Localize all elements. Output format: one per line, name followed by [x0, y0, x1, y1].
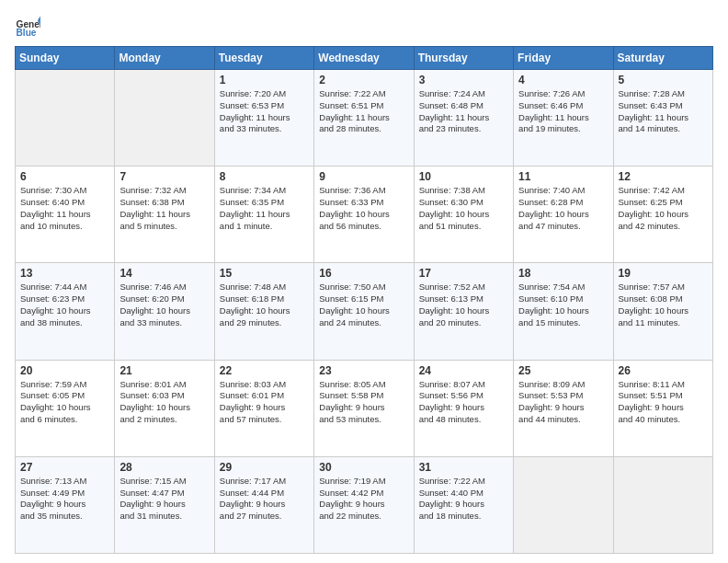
calendar-page: General Blue SundayMondayTuesdayWednesda…: [0, 0, 728, 563]
day-number: 9: [319, 170, 408, 183]
calendar-cell: 19Sunrise: 7:57 AM Sunset: 6:08 PM Dayli…: [613, 263, 712, 360]
cell-info: Sunrise: 7:22 AM Sunset: 6:51 PM Dayligh…: [319, 88, 408, 135]
calendar-cell: [115, 70, 214, 167]
day-number: 4: [518, 74, 608, 86]
calendar-cell: 16Sunrise: 7:50 AM Sunset: 6:15 PM Dayli…: [314, 263, 414, 360]
cell-info: Sunrise: 7:54 AM Sunset: 6:10 PM Dayligh…: [518, 282, 608, 328]
day-number: 6: [20, 170, 109, 183]
calendar-cell: 12Sunrise: 7:42 AM Sunset: 6:25 PM Dayli…: [613, 167, 712, 263]
cell-info: Sunrise: 7:24 AM Sunset: 6:48 PM Dayligh…: [419, 88, 508, 135]
cell-info: Sunrise: 8:01 AM Sunset: 6:03 PM Dayligh…: [119, 379, 209, 426]
calendar-cell: 25Sunrise: 8:09 AM Sunset: 5:53 PM Dayli…: [514, 360, 613, 456]
calendar-cell: 29Sunrise: 7:17 AM Sunset: 4:44 PM Dayli…: [214, 456, 313, 553]
cell-info: Sunrise: 7:22 AM Sunset: 4:40 PM Dayligh…: [419, 476, 508, 523]
day-number: 17: [419, 267, 508, 280]
cell-info: Sunrise: 7:17 AM Sunset: 4:44 PM Dayligh…: [220, 476, 309, 523]
calendar-cell: 30Sunrise: 7:19 AM Sunset: 4:42 PM Dayli…: [314, 456, 414, 553]
day-header-tuesday: Tuesday: [214, 47, 313, 70]
calendar-cell: 28Sunrise: 7:15 AM Sunset: 4:47 PM Dayli…: [115, 456, 214, 553]
day-number: 5: [619, 74, 708, 86]
cell-info: Sunrise: 8:07 AM Sunset: 5:56 PM Dayligh…: [419, 379, 508, 426]
day-number: 24: [419, 364, 508, 377]
calendar-cell: 24Sunrise: 8:07 AM Sunset: 5:56 PM Dayli…: [414, 360, 513, 456]
day-number: 20: [20, 364, 109, 377]
day-number: 21: [119, 364, 209, 377]
week-row-3: 20Sunrise: 7:59 AM Sunset: 6:05 PM Dayli…: [16, 360, 713, 456]
cell-info: Sunrise: 7:57 AM Sunset: 6:08 PM Dayligh…: [619, 282, 708, 328]
day-number: 11: [518, 170, 608, 183]
calendar-cell: 3Sunrise: 7:24 AM Sunset: 6:48 PM Daylig…: [414, 70, 513, 167]
calendar-cell: 17Sunrise: 7:52 AM Sunset: 6:13 PM Dayli…: [414, 263, 513, 360]
day-number: 14: [119, 267, 209, 280]
cell-info: Sunrise: 7:50 AM Sunset: 6:15 PM Dayligh…: [319, 282, 408, 328]
cell-info: Sunrise: 8:03 AM Sunset: 6:01 PM Dayligh…: [220, 379, 309, 426]
cell-info: Sunrise: 7:15 AM Sunset: 4:47 PM Dayligh…: [119, 476, 209, 523]
calendar-cell: 22Sunrise: 8:03 AM Sunset: 6:01 PM Dayli…: [214, 360, 313, 456]
day-number: 16: [319, 267, 408, 280]
day-number: 30: [319, 461, 408, 474]
cell-info: Sunrise: 7:36 AM Sunset: 6:33 PM Dayligh…: [319, 185, 408, 232]
cell-info: Sunrise: 7:30 AM Sunset: 6:40 PM Dayligh…: [20, 185, 109, 232]
cell-info: Sunrise: 7:52 AM Sunset: 6:13 PM Dayligh…: [419, 282, 508, 328]
day-header-wednesday: Wednesday: [314, 47, 414, 70]
calendar-cell: 31Sunrise: 7:22 AM Sunset: 4:40 PM Dayli…: [414, 456, 513, 553]
calendar-header: SundayMondayTuesdayWednesdayThursdayFrid…: [16, 47, 713, 70]
cell-info: Sunrise: 8:11 AM Sunset: 5:51 PM Dayligh…: [619, 379, 708, 426]
header: General Blue: [15, 15, 713, 40]
calendar-cell: 26Sunrise: 8:11 AM Sunset: 5:51 PM Dayli…: [613, 360, 712, 456]
day-number: 28: [119, 461, 209, 474]
day-number: 26: [619, 364, 708, 377]
svg-text:Blue: Blue: [17, 28, 37, 38]
calendar-cell: [514, 456, 613, 553]
calendar-cell: 27Sunrise: 7:13 AM Sunset: 4:49 PM Dayli…: [16, 456, 115, 553]
calendar-cell: [16, 70, 115, 167]
cell-info: Sunrise: 7:28 AM Sunset: 6:43 PM Dayligh…: [619, 88, 708, 135]
cell-info: Sunrise: 7:34 AM Sunset: 6:35 PM Dayligh…: [220, 185, 309, 232]
day-header-thursday: Thursday: [414, 47, 513, 70]
day-number: 2: [319, 74, 408, 86]
cell-info: Sunrise: 7:26 AM Sunset: 6:46 PM Dayligh…: [518, 88, 608, 135]
week-row-2: 13Sunrise: 7:44 AM Sunset: 6:23 PM Dayli…: [16, 263, 713, 360]
day-number: 10: [419, 170, 508, 183]
week-row-0: 1Sunrise: 7:20 AM Sunset: 6:53 PM Daylig…: [16, 70, 713, 167]
day-number: 29: [220, 461, 309, 474]
day-header-monday: Monday: [115, 47, 214, 70]
day-number: 15: [220, 267, 309, 280]
cell-info: Sunrise: 7:13 AM Sunset: 4:49 PM Dayligh…: [20, 476, 109, 523]
cell-info: Sunrise: 7:20 AM Sunset: 6:53 PM Dayligh…: [220, 88, 309, 135]
cell-info: Sunrise: 7:42 AM Sunset: 6:25 PM Dayligh…: [619, 185, 708, 232]
day-number: 23: [319, 364, 408, 377]
calendar-cell: 13Sunrise: 7:44 AM Sunset: 6:23 PM Dayli…: [16, 263, 115, 360]
calendar-cell: 8Sunrise: 7:34 AM Sunset: 6:35 PM Daylig…: [214, 167, 313, 263]
logo: General Blue: [15, 15, 44, 40]
day-number: 27: [20, 461, 109, 474]
day-header-sunday: Sunday: [16, 47, 115, 70]
calendar-body: 1Sunrise: 7:20 AM Sunset: 6:53 PM Daylig…: [16, 70, 713, 554]
day-number: 22: [220, 364, 309, 377]
day-number: 31: [419, 461, 508, 474]
calendar-cell: 7Sunrise: 7:32 AM Sunset: 6:38 PM Daylig…: [115, 167, 214, 263]
calendar-cell: 11Sunrise: 7:40 AM Sunset: 6:28 PM Dayli…: [514, 167, 613, 263]
calendar-cell: 6Sunrise: 7:30 AM Sunset: 6:40 PM Daylig…: [16, 167, 115, 263]
day-number: 25: [518, 364, 608, 377]
calendar-cell: 10Sunrise: 7:38 AM Sunset: 6:30 PM Dayli…: [414, 167, 513, 263]
day-header-saturday: Saturday: [613, 47, 712, 70]
day-number: 12: [619, 170, 708, 183]
calendar-cell: 23Sunrise: 8:05 AM Sunset: 5:58 PM Dayli…: [314, 360, 414, 456]
cell-info: Sunrise: 7:32 AM Sunset: 6:38 PM Dayligh…: [119, 185, 209, 232]
day-number: 13: [20, 267, 109, 280]
day-number: 18: [518, 267, 608, 280]
calendar-cell: 18Sunrise: 7:54 AM Sunset: 6:10 PM Dayli…: [514, 263, 613, 360]
cell-info: Sunrise: 8:05 AM Sunset: 5:58 PM Dayligh…: [319, 379, 408, 426]
week-row-1: 6Sunrise: 7:30 AM Sunset: 6:40 PM Daylig…: [16, 167, 713, 263]
cell-info: Sunrise: 8:09 AM Sunset: 5:53 PM Dayligh…: [518, 379, 608, 426]
calendar-cell: 15Sunrise: 7:48 AM Sunset: 6:18 PM Dayli…: [214, 263, 313, 360]
cell-info: Sunrise: 7:40 AM Sunset: 6:28 PM Dayligh…: [518, 185, 608, 232]
calendar-cell: 14Sunrise: 7:46 AM Sunset: 6:20 PM Dayli…: [115, 263, 214, 360]
day-number: 7: [119, 170, 209, 183]
day-number: 3: [419, 74, 508, 86]
header-row: SundayMondayTuesdayWednesdayThursdayFrid…: [16, 47, 713, 70]
cell-info: Sunrise: 7:38 AM Sunset: 6:30 PM Dayligh…: [419, 185, 508, 232]
calendar-cell: 5Sunrise: 7:28 AM Sunset: 6:43 PM Daylig…: [613, 70, 712, 167]
day-number: 19: [619, 267, 708, 280]
